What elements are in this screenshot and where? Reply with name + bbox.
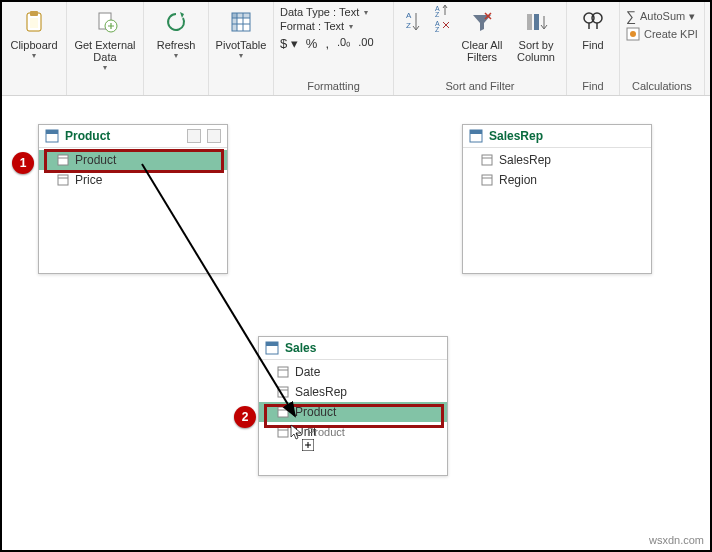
chevron-down-icon: ▾ [32, 51, 36, 60]
field-salesrep[interactable]: SalesRep [463, 150, 651, 170]
table-body: Date SalesRep Product Unit [259, 360, 447, 444]
table-options-button[interactable] [207, 129, 221, 143]
field-price[interactable]: Price [39, 170, 227, 190]
formatting-group-label: Formatting [280, 78, 387, 95]
refresh-button[interactable]: Refresh ▾ [150, 4, 202, 60]
pivottable-label: PivotTable [216, 39, 267, 51]
svg-text:Z: Z [406, 21, 411, 30]
chevron-down-icon: ▾ [103, 63, 107, 72]
filter-clear-icon [468, 8, 496, 36]
field-product[interactable]: Product [259, 402, 447, 422]
group-clipboard: Clipboard ▾ [2, 2, 67, 95]
svg-rect-48 [278, 387, 288, 397]
column-icon [277, 366, 289, 378]
table-header[interactable]: Product [39, 125, 227, 148]
svg-rect-18 [527, 14, 532, 30]
svg-rect-52 [278, 427, 288, 437]
cursor-icon [290, 424, 304, 440]
sort-za-button[interactable]: AZ [434, 4, 452, 18]
group-calculations: ∑ AutoSum ▾ Create KPI Calculations [620, 2, 705, 95]
pivottable-button[interactable]: PivotTable ▾ [215, 4, 267, 60]
svg-rect-50 [278, 407, 288, 417]
table-body: Product Price [39, 148, 227, 192]
table-icon [45, 129, 59, 143]
svg-text:Z: Z [435, 26, 440, 33]
chevron-down-icon: ▾ [689, 10, 695, 23]
svg-point-25 [630, 31, 636, 37]
field-region[interactable]: Region [463, 170, 651, 190]
sort-filter-group-label: Sort and Filter [400, 78, 560, 95]
clear-sort-button[interactable]: AZ [434, 19, 452, 33]
table-view-button[interactable] [187, 129, 201, 143]
step-badge-2: 2 [234, 406, 256, 428]
format-selector[interactable]: Format : Text ▾ [280, 20, 387, 32]
currency-format-button[interactable]: $ ▾ [280, 36, 298, 51]
column-icon [57, 154, 69, 166]
create-kpi-button[interactable]: Create KPI [626, 27, 698, 41]
group-formatting: Data Type : Text ▾ Format : Text ▾ $ ▾ %… [274, 2, 394, 95]
table-title: Sales [285, 341, 441, 355]
find-group-label: Find [573, 78, 613, 95]
refresh-icon [162, 8, 190, 36]
svg-rect-46 [278, 367, 288, 377]
field-unit[interactable]: Unit [259, 422, 447, 442]
group-dataview: Data View [705, 2, 712, 95]
decrease-decimal-button[interactable]: .00 [358, 36, 373, 51]
clipboard-label: Clipboard [10, 39, 57, 51]
step-badge-1: 1 [12, 152, 34, 174]
field-date[interactable]: Date [259, 362, 447, 382]
table-header[interactable]: Sales [259, 337, 447, 360]
table-title: SalesRep [489, 129, 645, 143]
column-icon [481, 174, 493, 186]
calculations-group-label: Calculations [626, 78, 698, 95]
ribbon: Clipboard ▾ Get External Data ▾ Refresh [2, 2, 710, 96]
table-body: SalesRep Region [463, 148, 651, 192]
drag-ghost: Product [290, 424, 345, 440]
pivottable-icon [227, 8, 255, 36]
percent-format-button[interactable]: % [306, 36, 318, 51]
svg-rect-40 [482, 155, 492, 165]
field-salesrep[interactable]: SalesRep [259, 382, 447, 402]
get-external-data-label: Get External Data [74, 39, 135, 63]
column-icon [277, 386, 289, 398]
autosum-button[interactable]: ∑ AutoSum ▾ [626, 8, 698, 24]
group-sort-filter: AZ AZ AZ Clear All Filters Sort by Colum… [394, 2, 567, 95]
clear-filters-button[interactable]: Clear All Filters [458, 4, 506, 63]
table-sales[interactable]: Sales Date SalesRep Product Unit [258, 336, 448, 476]
data-type-selector[interactable]: Data Type : Text ▾ [280, 6, 387, 18]
get-external-data-button[interactable]: Get External Data ▾ [73, 4, 137, 72]
table-product[interactable]: Product Product Price [38, 124, 228, 274]
sigma-icon: ∑ [626, 8, 636, 24]
table-icon [469, 129, 483, 143]
find-button[interactable]: Find [573, 4, 613, 51]
refresh-label: Refresh [157, 39, 196, 51]
link-cursor-icon [302, 439, 314, 451]
svg-rect-36 [58, 175, 68, 185]
column-icon [481, 154, 493, 166]
sort-column-icon [522, 8, 550, 36]
sort-az-icon: AZ [400, 8, 428, 36]
table-title: Product [65, 129, 181, 143]
diagram-canvas[interactable]: Product Product Price SalesRep SalesRep [2, 96, 710, 532]
kpi-icon [626, 27, 640, 41]
column-icon [277, 426, 289, 438]
sort-az-button[interactable]: AZ [400, 4, 428, 36]
chevron-down-icon: ▾ [364, 8, 368, 17]
group-pivot: PivotTable ▾ [209, 2, 274, 95]
field-product[interactable]: Product [39, 150, 227, 170]
comma-format-button[interactable]: , [325, 36, 329, 51]
clipboard-icon [20, 8, 48, 36]
chevron-down-icon: ▾ [349, 22, 353, 31]
chevron-down-icon: ▾ [174, 51, 178, 60]
svg-text:Z: Z [435, 11, 440, 18]
sort-by-column-button[interactable]: Sort by Column [512, 4, 560, 63]
group-getdata: Get External Data ▾ [67, 2, 144, 95]
database-icon [91, 8, 119, 36]
svg-rect-19 [534, 14, 539, 30]
increase-decimal-button[interactable]: .0₀ [337, 36, 350, 51]
table-salesrep[interactable]: SalesRep SalesRep Region [462, 124, 652, 274]
clipboard-button[interactable]: Clipboard ▾ [8, 4, 60, 60]
svg-rect-34 [58, 155, 68, 165]
table-header[interactable]: SalesRep [463, 125, 651, 148]
column-icon [277, 406, 289, 418]
